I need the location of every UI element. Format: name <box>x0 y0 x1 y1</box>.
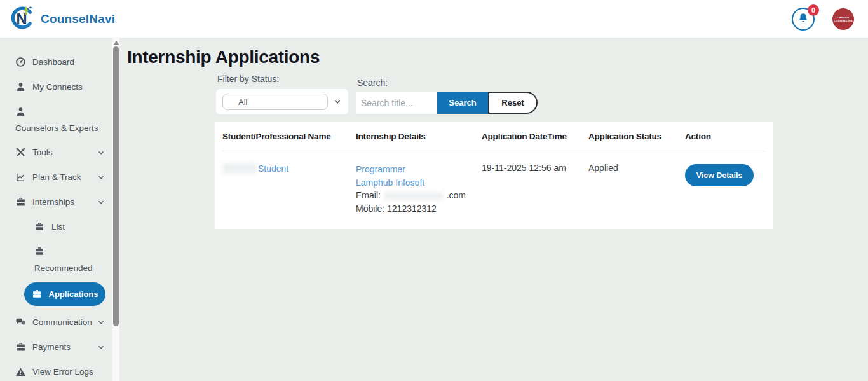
sidebar-item-label: Applications <box>49 289 98 299</box>
briefcase-icon <box>34 246 45 257</box>
sidebar-item-my-connects[interactable]: My Connects <box>15 74 105 99</box>
sidebar-item-label: My Connects <box>32 82 83 92</box>
sidebar-item-label: Tools <box>32 148 53 157</box>
sidebar-item-counselors-experts[interactable]: Counselors & Experts <box>15 99 105 140</box>
internship-details-cell: Programmer Lamphub Infosoft Email: .com … <box>356 163 482 215</box>
internships-submenu: List Recommended Applications <box>15 214 105 306</box>
sidebar-item-view-error-logs[interactable]: View Error Logs <box>15 359 105 381</box>
chat-bubbles-icon <box>15 317 26 328</box>
sidebar-item-internships-list[interactable]: List <box>34 214 105 239</box>
search-controls: Search Reset <box>356 92 538 114</box>
redacted-name <box>222 163 257 174</box>
chevron-down-icon[interactable] <box>97 148 105 157</box>
sidebar-item-label: Internships <box>32 197 74 207</box>
table-row: Student Programmer Lamphub Infosoft Emai… <box>222 151 765 229</box>
chevron-down-icon[interactable] <box>97 343 105 352</box>
sidebar-item-label: View Error Logs <box>32 367 93 377</box>
chart-line-icon <box>15 172 26 183</box>
sidebar-item-label: Counselors & Experts <box>15 123 98 133</box>
sidebar-item-label: List <box>51 222 65 232</box>
tools-icon <box>15 147 26 158</box>
application-status-cell: Applied <box>588 163 685 173</box>
chevron-down-icon[interactable] <box>97 318 105 327</box>
chevron-down-icon[interactable] <box>97 198 105 207</box>
status-filter-label: Filter by Status: <box>217 74 348 84</box>
chevron-down-icon[interactable] <box>333 97 342 106</box>
brand-logo[interactable]: N + CounselNavi <box>9 4 115 34</box>
svg-text:N: N <box>16 10 27 27</box>
search-label: Search: <box>357 78 538 88</box>
sidebar-item-payments[interactable]: Payments <box>15 335 105 359</box>
app-header: N + CounselNavi 0 CAREER COUNSELING <box>0 0 868 38</box>
briefcase-icon <box>15 197 26 207</box>
table-header-row: Student/Professional Name Internship Det… <box>222 122 765 151</box>
chevron-down-icon[interactable] <box>97 173 105 182</box>
avatar-text: CAREER COUNSELING <box>834 16 853 22</box>
redacted-email <box>384 192 443 200</box>
dashboard-icon <box>15 57 26 67</box>
search-group: Search: Search Reset <box>356 71 538 114</box>
brand-name: CounselNavi <box>41 12 115 26</box>
scrollbar-up-arrow[interactable] <box>113 41 119 45</box>
email-suffix: .com <box>447 190 466 200</box>
briefcase-icon <box>34 221 45 232</box>
svg-text:+: + <box>29 4 32 10</box>
column-header-internship-details: Internship Details <box>356 132 482 141</box>
column-header-student-name: Student/Professional Name <box>222 132 356 141</box>
application-datetime-cell: 19-11-2025 12:56 am <box>482 163 588 173</box>
person-icon <box>15 81 26 92</box>
sidebar-item-plan-track[interactable]: Plan & Track <box>15 165 105 190</box>
sidebar-item-label: Recommended <box>34 263 93 273</box>
sidebar-item-tools[interactable]: Tools <box>15 140 105 165</box>
briefcase-icon <box>15 342 26 352</box>
status-select[interactable]: All <box>222 94 328 110</box>
person-icon <box>15 106 26 117</box>
sidebar-item-label: Payments <box>32 342 71 352</box>
sidebar: Dashboard My Connects Counselors & Exper… <box>0 38 112 381</box>
internship-title-link[interactable]: Programmer <box>356 164 405 174</box>
company-link[interactable]: Lamphub Infosoft <box>356 177 424 188</box>
status-filter-box: All <box>216 89 348 114</box>
bell-icon <box>797 12 809 26</box>
column-header-application-status: Application Status <box>588 132 685 141</box>
email-line: Email: .com <box>356 189 482 202</box>
status-filter-group: Filter by Status: All <box>216 71 348 114</box>
sidebar-item-label: Plan & Track <box>32 172 81 182</box>
column-header-action: Action <box>685 132 765 141</box>
page-title: Internship Applications <box>127 47 868 67</box>
column-header-application-datetime: Application DateTime <box>482 132 588 141</box>
student-name-cell: Student <box>222 163 356 174</box>
notifications-button[interactable]: 0 <box>792 8 815 31</box>
sidebar-item-internships-applications[interactable]: Applications <box>24 282 105 306</box>
brand-logo-icon: N + <box>9 4 36 34</box>
sidebar-item-communication[interactable]: Communication <box>15 310 105 335</box>
avatar[interactable]: CAREER COUNSELING <box>832 8 854 30</box>
applications-table: Student/Professional Name Internship Det… <box>215 122 773 229</box>
email-label: Email: <box>356 190 381 200</box>
reset-button[interactable]: Reset <box>488 92 538 114</box>
notification-badge: 0 <box>808 4 819 16</box>
mobile-line: Mobile: 1212312312 <box>356 202 482 216</box>
scrollbar-thumb[interactable] <box>113 46 119 326</box>
sidebar-scrollbar[interactable] <box>112 38 119 381</box>
action-cell: View Details <box>685 163 765 186</box>
search-button[interactable]: Search <box>437 92 488 114</box>
student-name-link[interactable]: Student <box>258 163 288 174</box>
sidebar-item-internships[interactable]: Internships <box>15 190 105 214</box>
sidebar-item-label: Dashboard <box>32 57 74 67</box>
view-details-button[interactable]: View Details <box>685 164 754 186</box>
briefcase-icon <box>32 289 43 300</box>
warning-triangle-icon <box>15 366 26 377</box>
sidebar-item-label: Communication <box>32 317 92 327</box>
filters-row: Filter by Status: All Search: Search Res… <box>216 71 868 114</box>
search-input[interactable] <box>356 92 437 114</box>
main-content: Internship Applications Filter by Status… <box>119 38 868 381</box>
sidebar-item-dashboard[interactable]: Dashboard <box>15 50 105 74</box>
sidebar-item-internships-recommended[interactable]: Recommended <box>34 239 105 280</box>
